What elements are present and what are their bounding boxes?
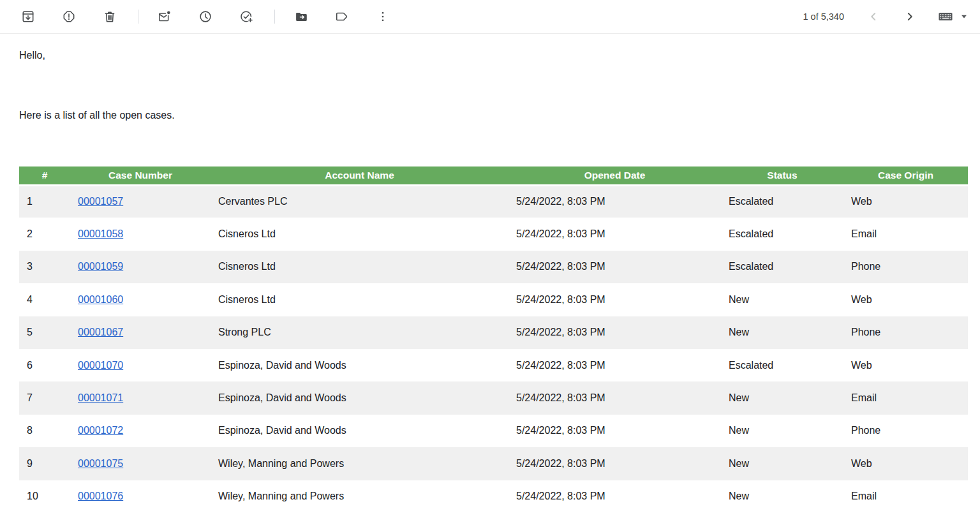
- archive-icon: [21, 10, 35, 24]
- status-cell: New: [721, 447, 843, 480]
- newer-button[interactable]: [861, 4, 886, 29]
- table-row: 500001067Strong PLC5/24/2022, 8:03 PMNew…: [19, 316, 968, 349]
- open-cases-table: # Case Number Account Name Opened Date S…: [19, 166, 968, 513]
- header-number: #: [19, 166, 70, 185]
- header-case-origin: Case Origin: [843, 166, 968, 185]
- label-button[interactable]: [329, 4, 355, 29]
- row-index-cell: 5: [19, 316, 70, 349]
- case-number-cell: 00001058: [70, 218, 211, 250]
- status-cell: New: [721, 381, 843, 414]
- case-number-cell: 00001059: [70, 251, 211, 283]
- row-index-cell: 4: [19, 283, 70, 316]
- case-number-link[interactable]: 00001071: [78, 392, 123, 403]
- case-number-link[interactable]: 00001057: [78, 196, 123, 207]
- input-tools-button[interactable]: [937, 8, 969, 25]
- case-number-link[interactable]: 00001070: [78, 360, 123, 371]
- status-cell: New: [721, 415, 843, 447]
- chevron-left-icon: [866, 10, 880, 24]
- archive-button[interactable]: [15, 4, 41, 29]
- row-index-cell: 10: [19, 480, 70, 513]
- mark-unread-button[interactable]: [152, 4, 177, 29]
- status-cell: New: [721, 283, 843, 316]
- intro-text: Here is a list of all the open cases.: [19, 109, 961, 122]
- case-origin-cell: Web: [843, 349, 968, 381]
- opened-date-cell: 5/24/2022, 8:03 PM: [509, 185, 721, 218]
- case-number-cell: 00001070: [70, 349, 211, 381]
- account-name-cell: Espinoza, David and Woods: [211, 415, 509, 447]
- pagination-count: 1 of 5,340: [803, 11, 845, 22]
- status-cell: Escalated: [721, 251, 843, 283]
- older-button[interactable]: [897, 4, 923, 29]
- snooze-icon: [198, 10, 212, 24]
- account-name-cell: Espinoza, David and Woods: [211, 349, 509, 381]
- case-number-cell: 00001075: [70, 447, 211, 480]
- case-number-cell: 00001076: [70, 480, 211, 513]
- case-number-cell: 00001067: [70, 316, 211, 349]
- toolbar-divider: [274, 10, 275, 24]
- account-name-cell: Cervantes PLC: [211, 185, 509, 218]
- case-number-cell: 00001060: [70, 283, 211, 316]
- table-row: 200001058Cisneros Ltd5/24/2022, 8:03 PME…: [19, 218, 968, 250]
- report-spam-icon: [62, 10, 76, 24]
- toolbar-right: 1 of 5,340: [803, 4, 969, 29]
- toolbar-divider: [138, 10, 138, 24]
- row-index-cell: 6: [19, 349, 70, 381]
- opened-date-cell: 5/24/2022, 8:03 PM: [509, 218, 721, 250]
- opened-date-cell: 5/24/2022, 8:03 PM: [509, 251, 721, 283]
- case-origin-cell: Phone: [843, 415, 968, 447]
- table-row: 100001057Cervantes PLC5/24/2022, 8:03 PM…: [19, 185, 968, 218]
- case-number-link[interactable]: 00001058: [78, 228, 123, 239]
- table-row: 1000001076Wiley, Manning and Powers5/24/…: [19, 480, 968, 513]
- case-origin-cell: Email: [843, 480, 968, 513]
- case-origin-cell: Web: [843, 185, 968, 218]
- case-origin-cell: Web: [843, 447, 968, 480]
- status-cell: Escalated: [721, 185, 843, 218]
- opened-date-cell: 5/24/2022, 8:03 PM: [509, 316, 721, 349]
- dropdown-caret-icon: [960, 12, 969, 21]
- case-number-link[interactable]: 00001076: [78, 491, 123, 501]
- opened-date-cell: 5/24/2022, 8:03 PM: [509, 349, 721, 381]
- opened-date-cell: 5/24/2022, 8:03 PM: [509, 415, 721, 447]
- table-row: 400001060Cisneros Ltd5/24/2022, 8:03 PMN…: [19, 283, 968, 316]
- status-cell: Escalated: [721, 349, 843, 381]
- case-number-link[interactable]: 00001060: [78, 294, 123, 305]
- row-index-cell: 3: [19, 251, 70, 283]
- case-number-link[interactable]: 00001075: [78, 458, 123, 469]
- account-name-cell: Wiley, Manning and Powers: [211, 447, 509, 480]
- greeting-text: Hello,: [19, 49, 961, 62]
- header-status: Status: [721, 166, 843, 185]
- case-number-link[interactable]: 00001059: [78, 261, 123, 272]
- opened-date-cell: 5/24/2022, 8:03 PM: [509, 480, 721, 513]
- table-row: 600001070Espinoza, David and Woods5/24/2…: [19, 349, 968, 381]
- case-number-link[interactable]: 00001067: [78, 327, 123, 337]
- table-row: 900001075Wiley, Manning and Powers5/24/2…: [19, 447, 968, 480]
- delete-button[interactable]: [97, 4, 122, 29]
- header-account: Account Name: [211, 166, 509, 185]
- cases-tbody: 100001057Cervantes PLC5/24/2022, 8:03 PM…: [19, 185, 968, 513]
- chevron-right-icon: [903, 10, 917, 24]
- case-origin-cell: Web: [843, 283, 968, 316]
- account-name-cell: Cisneros Ltd: [211, 251, 509, 283]
- header-case-number: Case Number: [70, 166, 211, 185]
- opened-date-cell: 5/24/2022, 8:03 PM: [509, 283, 721, 316]
- more-options-button[interactable]: [370, 4, 396, 29]
- table-row: 700001071Espinoza, David and Woods5/24/2…: [19, 381, 968, 414]
- row-index-cell: 1: [19, 185, 70, 218]
- account-name-cell: Cisneros Ltd: [211, 218, 509, 250]
- case-number-cell: 00001057: [70, 185, 211, 218]
- case-number-link[interactable]: 00001072: [78, 425, 123, 436]
- snooze-button[interactable]: [193, 4, 218, 29]
- more-options-icon: [376, 10, 390, 24]
- case-number-cell: 00001071: [70, 381, 211, 414]
- case-origin-cell: Email: [843, 218, 968, 250]
- report-spam-button[interactable]: [56, 4, 82, 29]
- move-to-button[interactable]: [288, 4, 314, 29]
- row-index-cell: 7: [19, 381, 70, 414]
- email-toolbar: 1 of 5,340: [0, 0, 980, 34]
- opened-date-cell: 5/24/2022, 8:03 PM: [509, 381, 721, 414]
- status-cell: New: [721, 316, 843, 349]
- add-to-tasks-button[interactable]: [234, 4, 259, 29]
- row-index-cell: 9: [19, 447, 70, 480]
- case-origin-cell: Email: [843, 381, 968, 414]
- account-name-cell: Espinoza, David and Woods: [211, 381, 509, 414]
